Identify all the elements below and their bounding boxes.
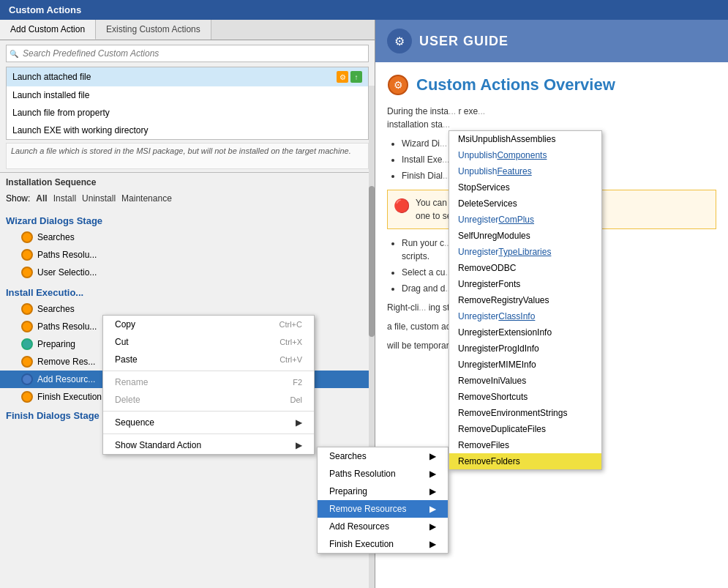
guide-title: USER GUIDE (419, 34, 509, 49)
submenu1: Searches ▶ Paths Resolution ▶ Preparing … (317, 447, 449, 554)
ctx-copy[interactable]: Copy Ctrl+C (103, 316, 314, 333)
installation-sequence-title: Installation Sequence (6, 177, 369, 187)
install-searches-icon (20, 302, 34, 316)
pred-item-launch-attached[interactable]: Launch attached file ⚙ ↑ (7, 67, 368, 86)
ctx-paste[interactable]: Paste Ctrl+V (103, 351, 314, 368)
sub2-unreg-type[interactable]: UnregisterTypeLibraries (449, 244, 601, 260)
ctx-delete-shortcut: Del (290, 395, 302, 404)
ctx-sep3 (103, 433, 314, 434)
sub2-unpublish-feat[interactable]: UnpublishFeatures (449, 163, 601, 179)
tab-existing-custom-actions[interactable]: Existing Custom Actions (96, 20, 211, 40)
search-wrapper (6, 45, 369, 62)
install-preparing-icon (20, 338, 34, 351)
sequence-section: Installation Sequence Show: All Install … (0, 172, 375, 211)
ctx-rename[interactable]: Rename F2 (103, 373, 314, 391)
sub2-remove-files[interactable]: RemoveFiles (449, 437, 601, 453)
sub2-self-unreg[interactable]: SelfUnregModules (449, 228, 601, 244)
sub2-remove-dup[interactable]: RemoveDuplicateFiles (449, 421, 601, 437)
sub2-unpublish-feat-label: UnpublishFeatures (458, 166, 532, 176)
ctx-rename-shortcut: F2 (293, 378, 302, 387)
sub2-unreg-complus-label: UnregisterComPlus (458, 215, 534, 225)
sub1-finish-execution[interactable]: Finish Execution ▶ (318, 535, 448, 553)
show-bar: Show: All Install Uninstall Maintenance (6, 190, 369, 206)
sub2-unreg-mime[interactable]: UnregisterMIMEInfo (449, 357, 601, 373)
ctx-show-std-arrow: ▶ (296, 440, 302, 450)
sub2-stop-services[interactable]: StopServices (449, 179, 601, 196)
sub2-remove-env[interactable]: RemoveEnvironmentStrings (449, 405, 601, 421)
ctx-show-std[interactable]: Show Standard Action ▶ (103, 436, 314, 454)
scrollbar-thumb[interactable] (369, 186, 375, 337)
sub2-msi-unpublish[interactable]: MsiUnpublishAssemblies (449, 131, 601, 147)
sub1-paths-arrow: ▶ (429, 469, 436, 479)
sub1-add-resources[interactable]: Add Resources ▶ (318, 518, 448, 535)
pred-item-launch-exe[interactable]: Launch EXE with working directory (7, 122, 368, 139)
sub1-preparing-arrow: ▶ (429, 486, 436, 496)
context-menu: Copy Ctrl+C Cut Ctrl+X Paste Ctrl+V Rena… (102, 315, 315, 455)
ctx-sequence-arrow: ▶ (296, 417, 302, 428)
ctx-sep2 (103, 411, 314, 412)
sub2-unpublish-comp[interactable]: UnpublishComponents (449, 147, 601, 163)
ctx-delete[interactable]: Delete Del (103, 391, 314, 409)
sub2-remove-odbc[interactable]: RemoveODBC (449, 260, 601, 276)
description-box: Launch a file which is stored in the MSI… (6, 143, 369, 169)
install-finish-icon (20, 390, 34, 403)
wizard-searches[interactable]: Searches (0, 228, 375, 246)
wizard-dialogs-title: Wizard Dialogs Stage (0, 211, 375, 228)
guide-icon: ⚙ (387, 29, 412, 53)
ctx-show-std-label: Show Standard Action (115, 440, 201, 450)
sub2-unreg-ext[interactable]: UnregisterExtensionInfo (449, 324, 601, 340)
pred-item-launch-installed[interactable]: Launch installed file (7, 86, 368, 104)
wizard-user-select[interactable]: User Selectio... (0, 264, 375, 281)
sub1-searches[interactable]: Searches ▶ (318, 447, 448, 465)
ctx-paste-shortcut: Ctrl+V (279, 355, 302, 364)
sub2-remove-folders[interactable]: RemoveFolders (449, 453, 601, 469)
content-title: Custom Actions Overview (416, 75, 615, 94)
show-maintenance[interactable]: Maintenance (121, 193, 172, 204)
app-title: Custom Actions (9, 4, 81, 15)
sub2-remove-ini[interactable]: RemoveIniValues (449, 373, 601, 389)
pred-item-launch-from-property[interactable]: Launch file from property (7, 104, 368, 122)
sub2-remove-short[interactable]: RemoveShortcuts (449, 389, 601, 405)
content-header: ⚙ Custom Actions Overview (387, 74, 716, 96)
search-box (0, 40, 375, 67)
sub2-unreg-class-label: UnregisterClassInfo (458, 311, 535, 321)
submenu2: MsiUnpublishAssemblies UnpublishComponen… (449, 130, 602, 470)
show-uninstall[interactable]: Uninstall (82, 193, 116, 204)
ctx-cut-label: Cut (115, 337, 129, 347)
searches-icon (20, 231, 34, 244)
show-label: Show: (6, 193, 30, 204)
show-all[interactable]: All (36, 193, 47, 204)
sub1-preparing[interactable]: Preparing ▶ (318, 483, 448, 500)
ctx-sep1 (103, 371, 314, 371)
user-guide-header: ⚙ USER GUIDE (375, 20, 728, 62)
content-icon: ⚙ (387, 74, 409, 96)
ctx-cut[interactable]: Cut Ctrl+X (103, 333, 314, 351)
user-icon (20, 266, 34, 279)
sub1-remove-resources[interactable]: Remove Resources ▶ (318, 500, 448, 518)
sub1-finish-arrow: ▶ (429, 539, 436, 549)
ctx-sequence[interactable]: Sequence ▶ (103, 414, 314, 431)
predefined-list: Launch attached file ⚙ ↑ Launch installe… (6, 67, 369, 140)
sub2-unreg-class[interactable]: UnregisterClassInfo (449, 308, 601, 324)
sub1-remove-arrow: ▶ (429, 504, 436, 514)
ctx-paste-label: Paste (115, 354, 138, 365)
ctx-copy-shortcut: Ctrl+C (279, 320, 302, 329)
sub2-unreg-fonts[interactable]: UnregisterFonts (449, 276, 601, 292)
sub1-paths[interactable]: Paths Resolution ▶ (318, 465, 448, 483)
tab-add-custom-action[interactable]: Add Custom Action (0, 20, 96, 40)
sub2-remove-reg[interactable]: RemoveRegistryValues (449, 292, 601, 308)
sub2-delete-services[interactable]: DeleteServices (449, 196, 601, 212)
wizard-paths-resol[interactable]: Paths Resolu... (0, 246, 375, 264)
ctx-cut-shortcut: Ctrl+X (279, 338, 302, 346)
item-icons: ⚙ ↑ (337, 71, 362, 83)
sub2-unreg-progid[interactable]: UnregisterProgIdInfo (449, 340, 601, 357)
note-icon: 🔴 (394, 196, 410, 216)
sub2-unreg-complus[interactable]: UnregisterComPlus (449, 212, 601, 228)
search-input[interactable] (6, 45, 369, 62)
tab-bar: Add Custom Action Existing Custom Action… (0, 20, 375, 40)
paths-icon (20, 248, 34, 261)
sub1-searches-arrow: ▶ (429, 451, 436, 461)
show-install[interactable]: Install (53, 193, 76, 204)
ctx-rename-label: Rename (115, 377, 148, 387)
sub1-add-arrow: ▶ (429, 521, 436, 532)
